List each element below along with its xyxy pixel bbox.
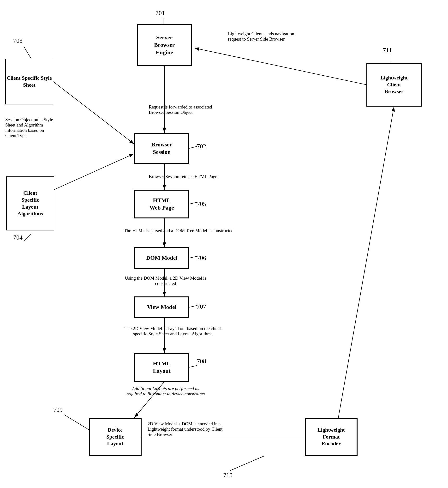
- device-specific-layout-box: DeviceSpecificLayout: [89, 418, 142, 456]
- dom-model-box: DOM Model: [134, 247, 189, 269]
- client-style-sheet-label: Client Specific Style Sheet: [6, 75, 53, 88]
- diagram-container: Client Specific Style Sheet ClientSpecif…: [0, 0, 448, 488]
- annotation-forwarded: Request is forwarded to associatedBrowse…: [149, 105, 245, 115]
- svg-line-19: [189, 306, 197, 307]
- lightweight-client-browser-box: LightweightClientBrowser: [366, 63, 422, 106]
- svg-line-13: [24, 47, 31, 59]
- device-specific-layout-label: DeviceSpecificLayout: [106, 427, 124, 447]
- svg-line-22: [64, 415, 89, 430]
- annotation-encoded: 2D View Model + DOM is encoded in aLight…: [148, 421, 256, 437]
- number-704: 704: [13, 234, 23, 241]
- svg-line-2: [194, 48, 366, 85]
- annotation-dom-parsed: The HTML is parsed and a DOM Tree Model …: [112, 228, 246, 233]
- number-708: 708: [197, 358, 206, 365]
- html-layout-box: HTMLLayout: [134, 353, 189, 382]
- server-browser-engine-label: ServerBrowserEngine: [154, 34, 175, 57]
- annotation-nav-request: Lightweight Client sends navigationreque…: [228, 31, 341, 42]
- svg-line-23: [230, 456, 264, 471]
- svg-line-17: [189, 202, 197, 204]
- annotation-view-model: Using the DOM Model, a 2D View Model isc…: [112, 276, 220, 286]
- browser-session-label: BrowserSession: [152, 141, 172, 156]
- number-711: 711: [383, 47, 392, 54]
- svg-line-21: [24, 234, 31, 241]
- lightweight-format-encoder-box: LightweightFormatEncoder: [305, 418, 358, 456]
- number-701: 701: [155, 10, 165, 17]
- svg-line-12: [338, 106, 394, 418]
- svg-line-20: [189, 366, 197, 367]
- html-web-page-label: HTMLWeb Page: [150, 197, 174, 211]
- view-model-box: View Model: [134, 296, 189, 318]
- client-layout-algorithms-label: ClientSpecificLayoutAlgorithms: [17, 190, 43, 217]
- number-702: 702: [197, 143, 206, 150]
- annotation-session-pulls: Session Object pulls StyleSheet and Algo…: [5, 117, 69, 138]
- svg-line-18: [189, 256, 197, 258]
- client-layout-algorithms-box: ClientSpecificLayoutAlgorithms: [6, 176, 54, 230]
- server-browser-engine-box: ServerBrowserEngine: [137, 24, 192, 66]
- number-703: 703: [13, 37, 23, 44]
- html-layout-label: HTMLLayout: [153, 360, 170, 375]
- annotation-additional-layouts: Additional Layouts are performed asrequi…: [112, 386, 220, 397]
- annotation-layout-based: The 2D View Model is Layed out based on …: [112, 326, 234, 337]
- lightweight-client-browser-label: LightweightClientBrowser: [380, 74, 408, 95]
- number-710: 710: [223, 472, 232, 479]
- view-model-label: View Model: [147, 303, 176, 311]
- client-style-sheet-box: Client Specific Style Sheet: [5, 59, 53, 105]
- html-web-page-box: HTMLWeb Page: [134, 190, 189, 219]
- svg-line-5: [54, 154, 134, 190]
- annotation-fetches-html: Browser Session fetches HTML Page: [149, 174, 245, 179]
- number-705: 705: [197, 200, 206, 208]
- dom-model-label: DOM Model: [146, 254, 177, 262]
- number-709: 709: [53, 407, 63, 414]
- browser-session-box: BrowserSession: [134, 133, 189, 164]
- number-706: 706: [197, 254, 206, 262]
- lightweight-format-encoder-label: LightweightFormatEncoder: [318, 427, 345, 447]
- number-707: 707: [197, 303, 206, 310]
- svg-line-16: [189, 146, 197, 148]
